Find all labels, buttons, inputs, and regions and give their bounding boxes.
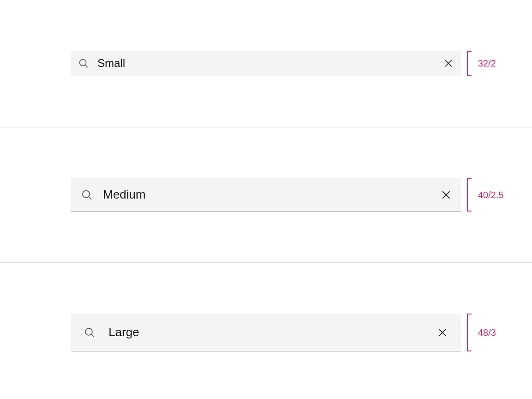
variant-large: Large 48/3 (0, 263, 532, 399)
search-input-text: Small (97, 57, 444, 70)
svg-point-4 (83, 190, 90, 197)
close-icon[interactable] (441, 190, 461, 200)
close-icon[interactable] (444, 59, 461, 68)
dimension-label: 32/2 (478, 58, 496, 69)
close-icon[interactable] (437, 327, 461, 338)
svg-line-5 (89, 197, 91, 199)
search-icon (84, 326, 96, 339)
dimension-annotation: 32/2 (467, 51, 496, 76)
dimension-annotation: 40/2.5 (467, 178, 504, 212)
search-input-text: Large (109, 325, 437, 339)
dimension-label: 40/2.5 (478, 190, 504, 200)
dimension-bracket (467, 314, 472, 351)
search-input-text: Medium (103, 187, 441, 202)
search-field-medium[interactable]: Medium (71, 178, 461, 212)
dimension-label: 48/3 (478, 327, 496, 338)
svg-point-0 (80, 60, 86, 66)
search-icon (81, 189, 93, 201)
search-icon (78, 58, 89, 69)
dimension-bracket (467, 51, 472, 76)
svg-line-9 (91, 334, 94, 337)
variant-row: Small 32/2 (0, 51, 532, 76)
search-field-small[interactable]: Small (71, 51, 461, 76)
variant-small: Small 32/2 (0, 0, 532, 127)
search-field-large[interactable]: Large (71, 314, 461, 351)
svg-line-1 (85, 65, 88, 67)
svg-point-8 (85, 328, 92, 335)
dimension-annotation: 48/3 (467, 314, 496, 351)
dimension-bracket (467, 178, 472, 212)
variant-medium: Medium 40/2.5 (0, 127, 532, 262)
variant-row: Large 48/3 (0, 314, 532, 351)
variant-row: Medium 40/2.5 (0, 178, 532, 212)
